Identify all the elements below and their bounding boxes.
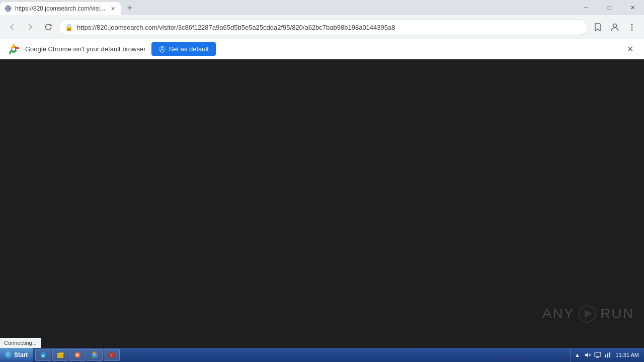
volume-icon [584,351,591,358]
notification-bar: Google Chrome isn't your default browser… [0,39,644,59]
svg-point-8 [631,29,633,31]
chrome-taskbar-icon [91,351,98,358]
set-default-button[interactable]: Set as default [151,42,216,56]
start-button[interactable]: Start [0,348,33,362]
bookmark-button[interactable] [590,19,606,35]
anyrun-watermark: ANY RUN [542,304,634,324]
menu-button[interactable] [624,19,640,35]
folder-icon [57,351,64,358]
ie-icon: e [40,351,47,358]
svg-text:e: e [42,353,45,358]
tray-monitor[interactable] [594,351,602,359]
page-content: ANY RUN [0,59,644,348]
svg-point-12 [162,47,163,48]
maximize-button[interactable]: □ [598,0,621,15]
new-tab-button[interactable]: + [123,1,137,15]
chrome-icon [8,44,19,55]
tab-strip: https://820.joomsearch.com/visitor/ ✕ + [0,0,575,15]
taskbar-item-chrome[interactable] [87,349,103,361]
svg-rect-32 [609,352,610,357]
title-bar: https://820.joomsearch.com/visitor/ ✕ + … [0,0,644,15]
active-tab[interactable]: https://820.joomsearch.com/visitor/ ✕ [0,2,121,15]
set-default-label: Set as default [169,45,209,53]
svg-point-24 [94,354,96,356]
taskbar-item-media[interactable] [69,349,86,361]
tab-close-button[interactable]: ✕ [109,5,117,13]
back-icon [8,23,16,31]
forward-icon [26,23,34,31]
svg-rect-30 [605,354,606,357]
nav-bar: 🔒 https://820.joomsearch.com/visitor/3c8… [0,15,644,39]
svg-point-6 [631,24,633,26]
close-button[interactable]: ✕ [621,0,644,15]
lock-icon: 🔒 [65,24,73,31]
address-text: https://820.joomsearch.com/visitor/3c86f… [77,24,581,31]
notification-close-button[interactable]: ✕ [624,43,636,55]
profile-icon [610,23,619,32]
media-icon [74,351,81,358]
svg-marker-26 [585,352,588,357]
monitor-icon [594,351,601,358]
menu-icon [627,23,636,32]
svg-text:!: ! [111,353,112,357]
tray-show-hidden[interactable]: ▲ [574,351,582,359]
forward-button[interactable] [22,19,38,35]
svg-marker-14 [585,310,592,318]
window-controls: ─ □ ✕ [575,0,644,15]
toolbar-icons [590,19,640,35]
anyrun-play-icon [577,304,597,324]
svg-point-10 [12,48,15,51]
address-url: https://820.joomsearch.com/visitor/3c86f… [77,24,395,31]
start-label: Start [14,351,28,358]
svg-rect-19 [57,354,63,358]
minimize-button[interactable]: ─ [575,0,598,15]
svg-point-7 [631,27,633,28]
system-clock: 11:31 AM [614,352,641,358]
profile-button[interactable] [607,19,623,35]
reload-icon [44,23,52,31]
anyrun-text-run: RUN [600,306,634,322]
tray-network[interactable] [604,351,612,359]
network-icon [604,351,611,358]
taskbar-item-folder[interactable] [52,349,68,361]
address-bar[interactable]: 🔒 https://820.joomsearch.com/visitor/3c8… [58,19,588,35]
svg-point-5 [613,24,617,28]
notification-message: Google Chrome isn't your default browser [25,45,145,53]
taskbar-item-ie[interactable]: e [35,349,51,361]
shield-taskbar-icon: ! [108,351,115,358]
reload-button[interactable] [40,19,56,35]
set-default-icon [158,46,166,53]
tab-title: https://820.joomsearch.com/visitor/ [15,5,107,12]
anyrun-text-any: ANY [542,306,575,322]
back-button[interactable] [4,19,20,35]
taskbar-items: e [33,348,570,362]
start-orb [5,351,12,358]
taskbar-item-security[interactable]: ! [104,349,120,361]
tray-volume[interactable] [584,351,592,359]
tab-favicon [4,5,12,13]
taskbar-tray: ▲ 11:31 AM [570,348,644,362]
bookmark-icon [593,23,602,32]
svg-rect-31 [607,353,608,357]
taskbar: Start e [0,348,644,362]
svg-rect-27 [595,352,601,356]
